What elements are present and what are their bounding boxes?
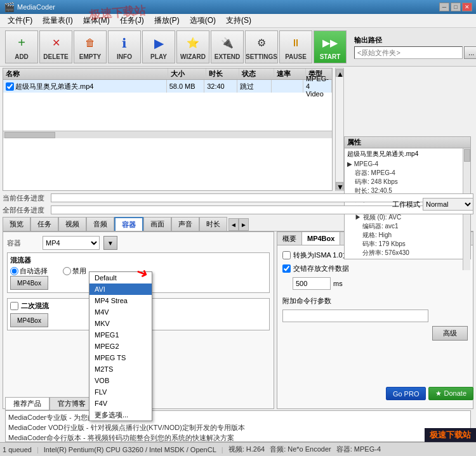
output-path-input[interactable] [354, 46, 463, 59]
dropdown-item-mkv[interactable]: MKV [89, 318, 152, 329]
bottom-tab-official[interactable]: 官方博客 [50, 397, 94, 410]
disable-radio[interactable] [63, 267, 71, 275]
dropdown-item-flv[interactable]: FLV [89, 386, 152, 398]
ms-input[interactable] [293, 277, 331, 290]
prop-filename: 超级马里奥兄弟通关.mp4 [347, 150, 468, 159]
add-button[interactable]: + ADD [5, 30, 38, 63]
second-pass-checkbox[interactable] [10, 302, 18, 310]
pause-icon: ⏸ [287, 34, 305, 52]
interleave-checkbox[interactable] [282, 264, 291, 273]
info-icon: ℹ [116, 34, 133, 52]
tab-task[interactable]: 任务 [30, 217, 58, 231]
title-bar-text: MediaCoder [17, 3, 55, 11]
wizard-button[interactable]: ⭐ WIZARD [176, 30, 209, 63]
start-button[interactable]: ▶▶ START [314, 30, 347, 63]
play-button[interactable]: ▶ PLAY [142, 30, 175, 63]
tab-preview[interactable]: 预览 [3, 217, 30, 231]
tab-picture[interactable]: 画面 [143, 217, 171, 231]
dropdown-item-more[interactable]: 更多选项... [89, 409, 152, 420]
properties-header: 属性 [345, 137, 470, 148]
cmd-input[interactable] [282, 309, 428, 322]
container-dropdown[interactable]: Default AVI MP4 Strea M4V MKV MPEG1 MPEG… [89, 271, 152, 421]
donate-button[interactable]: ★ Donate [428, 387, 473, 400]
tab-next-button[interactable]: ► [239, 218, 249, 231]
info-label: INFO [117, 53, 132, 60]
dropdown-item-mpegts[interactable]: MPEG TS [89, 352, 152, 363]
dropdown-item-avi[interactable]: AVI [89, 283, 152, 295]
tab-prev-button[interactable]: ◄ [228, 218, 239, 231]
file-list-scrollbar[interactable]: ▲ ▼ [335, 68, 344, 191]
dropdown-item-m2ts[interactable]: M2TS [89, 363, 152, 375]
status-container: 容器: MPEG-4 [336, 445, 381, 454]
empty-label: EMPTY [79, 53, 101, 60]
work-mode-label: 工作模式 [392, 200, 420, 209]
dropdown-item-m4v[interactable]: M4V [89, 306, 152, 318]
auto-select-label: 自动选择 [20, 266, 48, 276]
play-icon: ▶ [150, 34, 168, 52]
tab-audio[interactable]: 音频 [86, 217, 114, 231]
menu-task[interactable]: 任务(J) [115, 14, 149, 27]
dropdown-item-mp4strea[interactable]: MP4 Strea [89, 295, 152, 306]
pause-button[interactable]: ⏸ PAUSE [279, 30, 312, 63]
output-browse-button[interactable]: ... [464, 46, 476, 59]
right-panel-content: 转换为ISMA 1.0文件 交错存放文件数据 ms 附加命令行参数 高级 [277, 245, 473, 346]
auto-select-option[interactable]: 自动选择 [10, 266, 48, 276]
menu-play[interactable]: 播放(P) [149, 14, 185, 27]
info-line-2: MediaCoder VOD行业版 - 针对视频点播行业(KTV/NOD)定制开… [8, 422, 468, 433]
close-button[interactable]: ✕ [462, 3, 472, 11]
work-mode-select[interactable]: Normal Fast HQ [423, 198, 473, 211]
cmd-label: 附加命令行参数 [282, 296, 468, 306]
tab-container[interactable]: 容器 [114, 217, 143, 231]
menu-media[interactable]: 媒体(M) [78, 14, 115, 27]
advanced-button[interactable]: 高级 [432, 326, 468, 341]
menu-batch[interactable]: 批量表(I) [37, 14, 77, 27]
container-field-row: 容器 MP4 ▼ [7, 236, 270, 250]
play-label: PLAY [150, 53, 167, 60]
right-tab-mp4box[interactable]: MP4Box [302, 232, 340, 245]
prop-resolution: 分辨率: 576x430 [347, 249, 468, 257]
add-label: ADD [15, 53, 29, 60]
menu-file[interactable]: 文件(F) [3, 14, 37, 27]
extend-button[interactable]: 🔌 EXTEND [211, 30, 244, 63]
dropdown-item-mpeg2[interactable]: MPEG2 [89, 341, 152, 352]
right-tab-overview[interactable]: 概要 [277, 232, 302, 245]
maximize-button[interactable]: □ [451, 3, 461, 11]
file-checkbox[interactable] [6, 82, 14, 91]
isma-checkbox[interactable] [282, 251, 291, 259]
settings-button[interactable]: ⚙ SETTINGS [245, 30, 278, 63]
second-pass-mp4box-button[interactable]: MP4Box [10, 313, 48, 327]
tab-video[interactable]: 视频 [58, 217, 86, 231]
add-icon: + [13, 34, 30, 52]
status-audio: 音频: Ne*o Encoder [270, 445, 331, 454]
dropdown-item-mpeg1[interactable]: MPEG1 [89, 329, 152, 341]
container-field-label: 容器 [7, 238, 39, 248]
container-dropdown-button[interactable]: ▼ [103, 236, 117, 250]
minimize-button[interactable]: ─ [439, 3, 449, 11]
menu-options[interactable]: 选项(O) [185, 14, 221, 27]
delete-button[interactable]: ✕ DELETE [39, 30, 72, 63]
title-bar: 🎬 MediaCoder ─ □ ✕ [0, 0, 476, 14]
dropdown-item-vob[interactable]: VOB [89, 375, 152, 386]
table-row[interactable]: 超级马里奥兄弟通关.mp4 58.0 MB 32:40 跳过 MPEG-4 Vi… [3, 80, 332, 93]
prop-vbitrate: 码率: 179 Kbps [347, 240, 468, 249]
auto-select-radio[interactable] [10, 267, 18, 275]
bottom-tab-recommend[interactable]: 推荐产品 [5, 397, 50, 410]
menu-support[interactable]: 支持(S) [221, 14, 256, 27]
container-select[interactable]: MP4 [43, 236, 100, 250]
go-pro-button[interactable]: Go PRO [386, 387, 426, 400]
app-icon: 🎬 [4, 2, 15, 12]
tab-time[interactable]: 时长 [199, 217, 227, 231]
file-list-header: 名称 大小 时长 状态 速率 类型 [3, 68, 332, 80]
info-button[interactable]: ℹ INFO [108, 30, 141, 63]
info-line-3: MediaCoder命令行版本 - 将视频转码功能整合到您的系统的快速解决方案 [8, 433, 468, 442]
dropdown-item-f4v[interactable]: F4V [89, 398, 152, 409]
empty-button[interactable]: 🗑 EMPTY [74, 30, 107, 63]
extend-label: EXTEND [215, 53, 241, 60]
extend-icon: 🔌 [218, 34, 236, 52]
disable-option[interactable]: 禁用 [63, 266, 86, 276]
toolbar: + ADD ✕ DELETE 🗑 EMPTY ℹ INFO ▶ PLAY ⭐ W… [3, 30, 349, 63]
col-header-duration: 时长 [206, 68, 239, 79]
mp4box-button[interactable]: MP4Box [10, 276, 48, 290]
interleave-label: 交错存放文件数据 [293, 264, 349, 273]
tab-audio2[interactable]: 声音 [171, 217, 199, 231]
